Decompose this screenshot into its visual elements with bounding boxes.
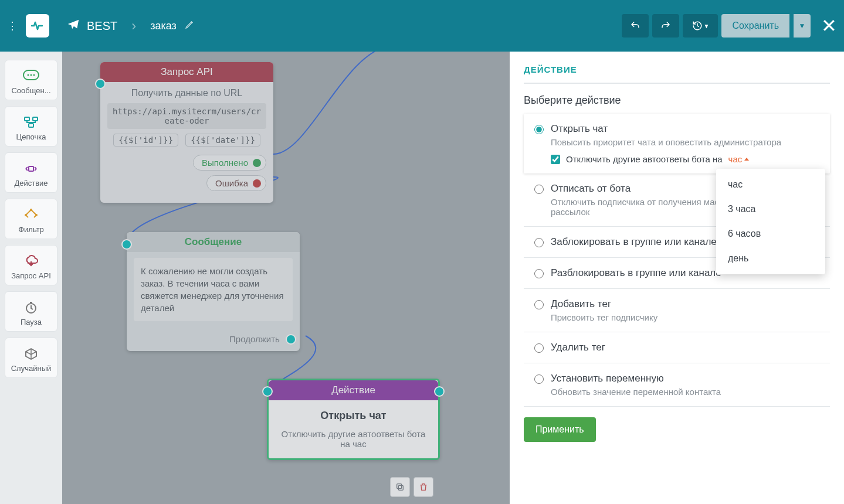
node-msg-title: Сообщение [127,232,300,252]
filter-icon [8,205,55,225]
svg-rect-4 [25,117,29,121]
node-api-url: https://api.mysitecrm/users/create-oder [107,103,266,129]
cloud-api-icon [8,251,55,271]
var-chip: {{$['date']}} [185,134,260,147]
time-select[interactable]: час [728,154,750,164]
var-chip: {{$['id']}} [113,134,178,147]
action-add-tag[interactable]: Добавить тег Присвоить тег подписчику [524,289,830,332]
chain-icon [8,113,55,132]
out-error[interactable]: Ошибка [206,175,266,191]
save-dropdown-button[interactable]: ▼ [793,14,811,38]
svg-point-3 [33,74,35,76]
duplicate-button[interactable] [390,477,410,497]
flow-canvas[interactable]: Запрос API Получить данные по URL https:… [62,52,510,504]
chat-icon [8,66,55,86]
time-dropdown: час 3 часа 6 часов день [716,169,825,274]
undo-icon [630,21,640,31]
pulse-icon [30,19,45,33]
apply-button[interactable]: Применить [524,417,596,442]
select-action-label: Выберите действие [524,94,830,107]
node-act-sub: Отключить другие автоответы бота на час [279,429,428,449]
action-set-variable[interactable]: Установить переменную Обновить значение … [524,363,830,407]
tool-pause[interactable]: Пауза [5,291,57,332]
radio-open-chat[interactable] [534,125,544,134]
radio-block[interactable] [534,238,544,247]
port-out[interactable] [286,334,296,345]
dropdown-item[interactable]: час [716,172,825,197]
svg-rect-5 [33,117,38,121]
drag-handle-icon[interactable]: ⋮ [7,19,18,32]
svg-point-8 [30,209,32,211]
svg-point-2 [30,74,32,76]
telegram-icon [67,18,80,33]
close-button[interactable]: ✕ [821,16,837,35]
action-panel: ДЕЙСТВИЕ Выберите действие Открыть чат П… [510,52,844,504]
out-continue[interactable]: Продолжить [229,334,280,344]
node-api-desc: Получить данные по URL [107,88,266,98]
dropdown-item[interactable]: 3 часа [716,197,825,222]
node-api[interactable]: Запрос API Получить данные по URL https:… [100,62,273,203]
radio-set-var[interactable] [534,374,544,384]
copy-icon [395,482,405,492]
out-success[interactable]: Выполнено [193,155,266,171]
checkbox-disable-autoreply[interactable] [551,155,560,164]
header: ⋮ BEST › заказ ▼ Сохранить ▼ ✕ [0,0,844,52]
port-out[interactable] [434,386,445,397]
undo-button[interactable] [622,14,649,38]
node-act-title: Действие [269,380,438,400]
node-toolbar [390,477,433,497]
tool-action[interactable]: Действие [5,152,57,193]
svg-rect-12 [398,485,403,490]
radio-unblock[interactable] [534,269,544,278]
delete-button[interactable] [413,477,433,497]
svg-rect-7 [29,166,33,171]
action-icon [8,159,55,179]
port-in[interactable] [262,386,273,397]
dot-icon [253,159,261,167]
svg-point-10 [35,214,38,216]
tool-filter[interactable]: Фильтр [5,199,57,239]
flow-name[interactable]: заказ [150,20,177,32]
svg-rect-13 [397,484,402,489]
caret-down-icon: ▼ [704,23,710,29]
svg-point-1 [28,74,29,76]
radio-delete-tag[interactable] [534,343,544,353]
node-msg-text: К сожалению не могли создать заказ. В те… [134,258,293,321]
history-button[interactable]: ▼ [683,14,718,38]
header-toolbar: ▼ Сохранить ▼ ✕ [622,14,837,38]
radio-add-tag[interactable] [534,300,544,309]
breadcrumb: BEST › заказ [49,18,194,34]
breadcrumb-sep: › [131,18,136,34]
node-act-name: Открыть чат [279,410,428,422]
dropdown-item[interactable]: 6 часов [716,222,825,246]
node-api-title: Запрос API [100,62,273,82]
port-in[interactable] [121,239,132,250]
dice-icon [8,344,55,364]
caret-up-icon [744,158,749,161]
tool-chain[interactable]: Цепочка [5,106,57,147]
tool-palette: Сообщен... Цепочка Действие Фильтр Запро… [0,52,62,504]
svg-rect-6 [29,124,33,127]
pencil-icon[interactable] [185,20,194,32]
bot-name[interactable]: BEST [87,19,117,33]
tool-random[interactable]: Случайный [5,338,57,378]
action-open-chat[interactable]: Открыть чат Повысить приоритет чата и оп… [524,114,830,173]
tool-api[interactable]: Запрос API [5,245,57,285]
port-in[interactable] [95,79,106,89]
dot-icon [253,179,261,188]
node-message[interactable]: Сообщение К сожалению не могли создать з… [127,232,300,351]
svg-point-9 [25,214,27,216]
trash-icon [419,482,428,492]
dropdown-item[interactable]: день [716,246,825,271]
radio-unsubscribe[interactable] [534,185,544,194]
logo[interactable] [26,14,49,38]
history-icon [692,21,703,31]
redo-icon [660,21,671,31]
tool-message[interactable]: Сообщен... [5,60,57,100]
node-action[interactable]: Действие Открыть чат Отключить другие ав… [267,379,440,460]
save-button[interactable]: Сохранить [721,14,789,38]
action-delete-tag[interactable]: Удалить тег [524,332,830,363]
redo-button[interactable] [652,14,679,38]
stopwatch-icon [8,298,55,318]
panel-heading: ДЕЙСТВИЕ [524,64,830,84]
